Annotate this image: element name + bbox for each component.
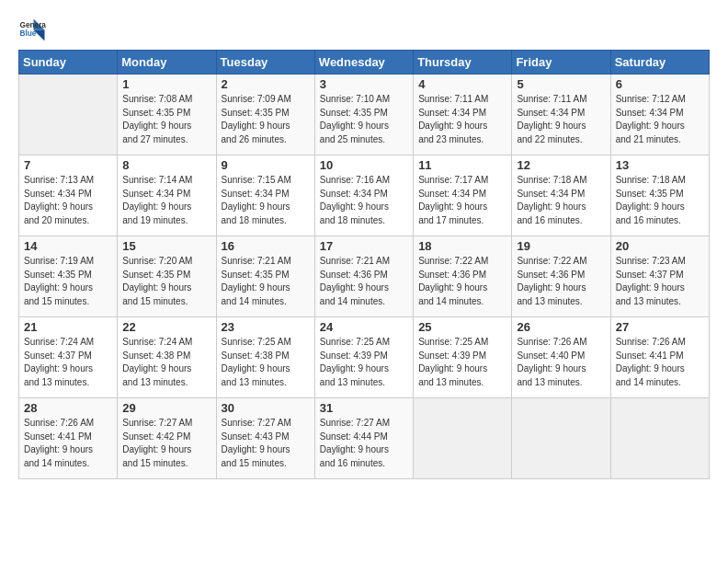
- calendar-cell: 2Sunrise: 7:09 AM Sunset: 4:35 PM Daylig…: [216, 75, 314, 155]
- logo-icon: General Blue: [18, 15, 46, 42]
- calendar-header-friday: Friday: [512, 51, 610, 75]
- calendar-cell: 10Sunrise: 7:16 AM Sunset: 4:34 PM Dayli…: [314, 155, 413, 236]
- day-info: Sunrise: 7:25 AM Sunset: 4:38 PM Dayligh…: [222, 336, 310, 389]
- day-info: Sunrise: 7:24 AM Sunset: 4:37 PM Dayligh…: [24, 336, 112, 389]
- calendar-week-row: 28Sunrise: 7:26 AM Sunset: 4:41 PM Dayli…: [19, 398, 710, 479]
- day-number: 9: [222, 158, 310, 172]
- day-number: 5: [517, 77, 605, 91]
- calendar-cell: [512, 398, 610, 479]
- calendar-cell: 19Sunrise: 7:22 AM Sunset: 4:36 PM Dayli…: [512, 236, 610, 317]
- day-number: 14: [24, 239, 112, 253]
- day-info: Sunrise: 7:18 AM Sunset: 4:34 PM Dayligh…: [517, 174, 605, 227]
- day-number: 3: [320, 77, 408, 91]
- calendar-cell: 22Sunrise: 7:24 AM Sunset: 4:38 PM Dayli…: [118, 317, 216, 398]
- calendar-week-row: 21Sunrise: 7:24 AM Sunset: 4:37 PM Dayli…: [19, 317, 710, 398]
- day-number: 7: [24, 158, 112, 172]
- calendar-cell: [19, 75, 118, 155]
- day-info: Sunrise: 7:27 AM Sunset: 4:44 PM Dayligh…: [320, 417, 408, 470]
- day-number: 27: [616, 320, 704, 334]
- day-number: 28: [24, 401, 112, 415]
- day-info: Sunrise: 7:21 AM Sunset: 4:36 PM Dayligh…: [320, 255, 408, 308]
- day-info: Sunrise: 7:19 AM Sunset: 4:35 PM Dayligh…: [24, 255, 112, 308]
- calendar-cell: 9Sunrise: 7:15 AM Sunset: 4:34 PM Daylig…: [216, 155, 314, 236]
- calendar-cell: 16Sunrise: 7:21 AM Sunset: 4:35 PM Dayli…: [216, 236, 314, 317]
- day-info: Sunrise: 7:22 AM Sunset: 4:36 PM Dayligh…: [418, 255, 506, 308]
- calendar-cell: 27Sunrise: 7:26 AM Sunset: 4:41 PM Dayli…: [610, 317, 709, 398]
- day-number: 21: [24, 320, 112, 334]
- calendar-cell: [414, 398, 512, 479]
- day-number: 23: [222, 320, 310, 334]
- day-info: Sunrise: 7:18 AM Sunset: 4:35 PM Dayligh…: [616, 174, 704, 227]
- day-number: 29: [122, 401, 210, 415]
- calendar-cell: 13Sunrise: 7:18 AM Sunset: 4:35 PM Dayli…: [610, 155, 709, 236]
- day-number: 19: [517, 239, 605, 253]
- calendar-header-sunday: Sunday: [19, 51, 118, 75]
- day-number: 25: [418, 320, 506, 334]
- day-number: 18: [418, 239, 506, 253]
- calendar-cell: 18Sunrise: 7:22 AM Sunset: 4:36 PM Dayli…: [414, 236, 512, 317]
- calendar-cell: 14Sunrise: 7:19 AM Sunset: 4:35 PM Dayli…: [19, 236, 118, 317]
- svg-text:General: General: [20, 21, 47, 29]
- header: General Blue: [18, 15, 710, 42]
- day-info: Sunrise: 7:25 AM Sunset: 4:39 PM Dayligh…: [320, 336, 408, 389]
- day-info: Sunrise: 7:10 AM Sunset: 4:35 PM Dayligh…: [320, 93, 408, 146]
- calendar-cell: 1Sunrise: 7:08 AM Sunset: 4:35 PM Daylig…: [118, 75, 216, 155]
- calendar-table: SundayMondayTuesdayWednesdayThursdayFrid…: [18, 50, 710, 479]
- calendar-cell: 20Sunrise: 7:23 AM Sunset: 4:37 PM Dayli…: [610, 236, 709, 317]
- day-number: 10: [320, 158, 408, 172]
- calendar-week-row: 14Sunrise: 7:19 AM Sunset: 4:35 PM Dayli…: [19, 236, 710, 317]
- calendar-cell: 11Sunrise: 7:17 AM Sunset: 4:34 PM Dayli…: [414, 155, 512, 236]
- day-info: Sunrise: 7:11 AM Sunset: 4:34 PM Dayligh…: [418, 93, 506, 146]
- day-info: Sunrise: 7:26 AM Sunset: 4:41 PM Dayligh…: [24, 417, 112, 470]
- day-number: 16: [222, 239, 310, 253]
- day-number: 15: [122, 239, 210, 253]
- day-info: Sunrise: 7:11 AM Sunset: 4:34 PM Dayligh…: [517, 93, 605, 146]
- day-info: Sunrise: 7:13 AM Sunset: 4:34 PM Dayligh…: [24, 174, 112, 227]
- calendar-cell: 24Sunrise: 7:25 AM Sunset: 4:39 PM Dayli…: [314, 317, 413, 398]
- calendar-cell: 4Sunrise: 7:11 AM Sunset: 4:34 PM Daylig…: [414, 75, 512, 155]
- day-info: Sunrise: 7:16 AM Sunset: 4:34 PM Dayligh…: [320, 174, 408, 227]
- day-info: Sunrise: 7:21 AM Sunset: 4:35 PM Dayligh…: [222, 255, 310, 308]
- day-info: Sunrise: 7:26 AM Sunset: 4:40 PM Dayligh…: [517, 336, 605, 389]
- calendar-header-wednesday: Wednesday: [314, 51, 413, 75]
- day-info: Sunrise: 7:08 AM Sunset: 4:35 PM Dayligh…: [122, 93, 210, 146]
- day-number: 1: [122, 77, 210, 91]
- calendar-week-row: 7Sunrise: 7:13 AM Sunset: 4:34 PM Daylig…: [19, 155, 710, 236]
- calendar-cell: 21Sunrise: 7:24 AM Sunset: 4:37 PM Dayli…: [19, 317, 118, 398]
- day-info: Sunrise: 7:23 AM Sunset: 4:37 PM Dayligh…: [616, 255, 704, 308]
- day-info: Sunrise: 7:17 AM Sunset: 4:34 PM Dayligh…: [418, 174, 506, 227]
- day-number: 22: [122, 320, 210, 334]
- calendar-cell: [610, 398, 709, 479]
- calendar-cell: 23Sunrise: 7:25 AM Sunset: 4:38 PM Dayli…: [216, 317, 314, 398]
- day-number: 20: [616, 239, 704, 253]
- day-number: 4: [418, 77, 506, 91]
- day-info: Sunrise: 7:12 AM Sunset: 4:34 PM Dayligh…: [616, 93, 704, 146]
- svg-text:Blue: Blue: [20, 29, 37, 38]
- calendar-cell: 3Sunrise: 7:10 AM Sunset: 4:35 PM Daylig…: [314, 75, 413, 155]
- calendar-cell: 25Sunrise: 7:25 AM Sunset: 4:39 PM Dayli…: [414, 317, 512, 398]
- calendar-cell: 28Sunrise: 7:26 AM Sunset: 4:41 PM Dayli…: [19, 398, 118, 479]
- calendar-cell: 6Sunrise: 7:12 AM Sunset: 4:34 PM Daylig…: [610, 75, 709, 155]
- calendar-cell: 29Sunrise: 7:27 AM Sunset: 4:42 PM Dayli…: [118, 398, 216, 479]
- calendar-header-saturday: Saturday: [610, 51, 709, 75]
- calendar-header-row: SundayMondayTuesdayWednesdayThursdayFrid…: [19, 51, 710, 75]
- day-info: Sunrise: 7:20 AM Sunset: 4:35 PM Dayligh…: [122, 255, 210, 308]
- calendar-cell: 8Sunrise: 7:14 AM Sunset: 4:34 PM Daylig…: [118, 155, 216, 236]
- day-number: 6: [616, 77, 704, 91]
- day-info: Sunrise: 7:15 AM Sunset: 4:34 PM Dayligh…: [222, 174, 310, 227]
- day-number: 11: [418, 158, 506, 172]
- calendar-header-monday: Monday: [118, 51, 216, 75]
- day-number: 30: [222, 401, 310, 415]
- day-number: 2: [222, 77, 310, 91]
- day-number: 31: [320, 401, 408, 415]
- calendar-cell: 15Sunrise: 7:20 AM Sunset: 4:35 PM Dayli…: [118, 236, 216, 317]
- calendar-cell: 5Sunrise: 7:11 AM Sunset: 4:34 PM Daylig…: [512, 75, 610, 155]
- calendar-cell: 12Sunrise: 7:18 AM Sunset: 4:34 PM Dayli…: [512, 155, 610, 236]
- day-info: Sunrise: 7:27 AM Sunset: 4:43 PM Dayligh…: [222, 417, 310, 470]
- day-info: Sunrise: 7:14 AM Sunset: 4:34 PM Dayligh…: [122, 174, 210, 227]
- day-number: 24: [320, 320, 408, 334]
- day-info: Sunrise: 7:22 AM Sunset: 4:36 PM Dayligh…: [517, 255, 605, 308]
- calendar-header-tuesday: Tuesday: [216, 51, 314, 75]
- day-info: Sunrise: 7:27 AM Sunset: 4:42 PM Dayligh…: [122, 417, 210, 470]
- day-number: 8: [122, 158, 210, 172]
